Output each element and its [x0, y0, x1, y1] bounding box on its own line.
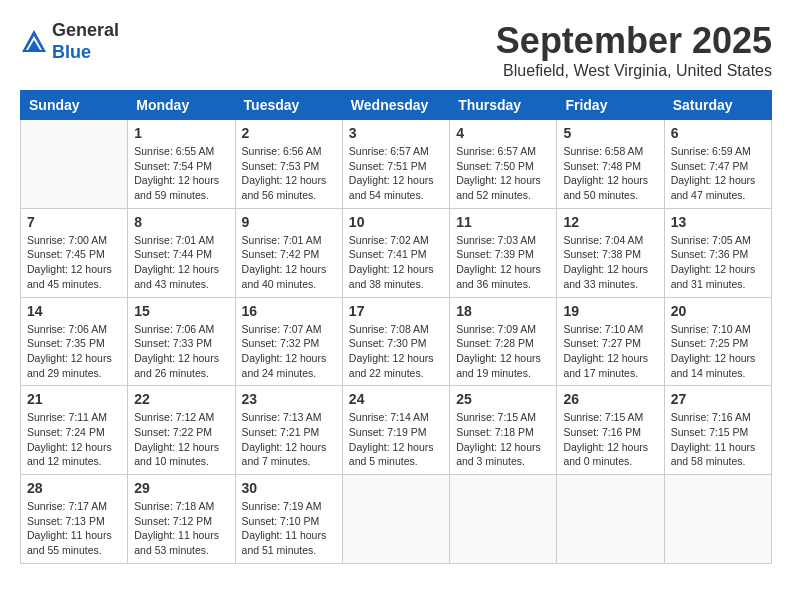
day-number: 5: [563, 125, 657, 141]
weekday-header-friday: Friday: [557, 91, 664, 120]
week-row-1: 1Sunrise: 6:55 AMSunset: 7:54 PMDaylight…: [21, 120, 772, 209]
calendar-cell: 26Sunrise: 7:15 AMSunset: 7:16 PMDayligh…: [557, 386, 664, 475]
week-row-5: 28Sunrise: 7:17 AMSunset: 7:13 PMDayligh…: [21, 475, 772, 564]
month-title: September 2025: [496, 20, 772, 62]
calendar-cell: 6Sunrise: 6:59 AMSunset: 7:47 PMDaylight…: [664, 120, 771, 209]
week-row-4: 21Sunrise: 7:11 AMSunset: 7:24 PMDayligh…: [21, 386, 772, 475]
calendar-cell: 17Sunrise: 7:08 AMSunset: 7:30 PMDayligh…: [342, 297, 449, 386]
day-number: 26: [563, 391, 657, 407]
title-block: September 2025 Bluefield, West Virginia,…: [496, 20, 772, 80]
calendar-cell: 25Sunrise: 7:15 AMSunset: 7:18 PMDayligh…: [450, 386, 557, 475]
calendar-cell: 12Sunrise: 7:04 AMSunset: 7:38 PMDayligh…: [557, 208, 664, 297]
location: Bluefield, West Virginia, United States: [496, 62, 772, 80]
calendar-cell: 15Sunrise: 7:06 AMSunset: 7:33 PMDayligh…: [128, 297, 235, 386]
logo-icon: [20, 28, 48, 56]
day-number: 13: [671, 214, 765, 230]
calendar-cell: 9Sunrise: 7:01 AMSunset: 7:42 PMDaylight…: [235, 208, 342, 297]
calendar-cell: 23Sunrise: 7:13 AMSunset: 7:21 PMDayligh…: [235, 386, 342, 475]
day-info: Sunrise: 7:15 AMSunset: 7:16 PMDaylight:…: [563, 410, 657, 469]
day-info: Sunrise: 7:15 AMSunset: 7:18 PMDaylight:…: [456, 410, 550, 469]
calendar-cell: 10Sunrise: 7:02 AMSunset: 7:41 PMDayligh…: [342, 208, 449, 297]
calendar-cell: 29Sunrise: 7:18 AMSunset: 7:12 PMDayligh…: [128, 475, 235, 564]
calendar-cell: 19Sunrise: 7:10 AMSunset: 7:27 PMDayligh…: [557, 297, 664, 386]
day-number: 6: [671, 125, 765, 141]
week-row-2: 7Sunrise: 7:00 AMSunset: 7:45 PMDaylight…: [21, 208, 772, 297]
calendar-cell: 30Sunrise: 7:19 AMSunset: 7:10 PMDayligh…: [235, 475, 342, 564]
day-info: Sunrise: 7:14 AMSunset: 7:19 PMDaylight:…: [349, 410, 443, 469]
calendar-cell: 11Sunrise: 7:03 AMSunset: 7:39 PMDayligh…: [450, 208, 557, 297]
day-number: 15: [134, 303, 228, 319]
day-info: Sunrise: 6:57 AMSunset: 7:50 PMDaylight:…: [456, 144, 550, 203]
day-number: 18: [456, 303, 550, 319]
calendar: SundayMondayTuesdayWednesdayThursdayFrid…: [20, 90, 772, 564]
weekday-header-sunday: Sunday: [21, 91, 128, 120]
day-info: Sunrise: 7:17 AMSunset: 7:13 PMDaylight:…: [27, 499, 121, 558]
weekday-header-saturday: Saturday: [664, 91, 771, 120]
day-info: Sunrise: 7:09 AMSunset: 7:28 PMDaylight:…: [456, 322, 550, 381]
day-number: 8: [134, 214, 228, 230]
calendar-cell: 20Sunrise: 7:10 AMSunset: 7:25 PMDayligh…: [664, 297, 771, 386]
weekday-header-monday: Monday: [128, 91, 235, 120]
calendar-cell: 2Sunrise: 6:56 AMSunset: 7:53 PMDaylight…: [235, 120, 342, 209]
day-number: 16: [242, 303, 336, 319]
day-number: 21: [27, 391, 121, 407]
weekday-header-row: SundayMondayTuesdayWednesdayThursdayFrid…: [21, 91, 772, 120]
calendar-cell: [557, 475, 664, 564]
day-info: Sunrise: 7:18 AMSunset: 7:12 PMDaylight:…: [134, 499, 228, 558]
day-info: Sunrise: 7:05 AMSunset: 7:36 PMDaylight:…: [671, 233, 765, 292]
calendar-cell: 5Sunrise: 6:58 AMSunset: 7:48 PMDaylight…: [557, 120, 664, 209]
day-number: 9: [242, 214, 336, 230]
day-info: Sunrise: 7:11 AMSunset: 7:24 PMDaylight:…: [27, 410, 121, 469]
day-number: 12: [563, 214, 657, 230]
calendar-cell: 28Sunrise: 7:17 AMSunset: 7:13 PMDayligh…: [21, 475, 128, 564]
calendar-cell: 24Sunrise: 7:14 AMSunset: 7:19 PMDayligh…: [342, 386, 449, 475]
page-header: General Blue September 2025 Bluefield, W…: [20, 20, 772, 80]
day-info: Sunrise: 7:01 AMSunset: 7:44 PMDaylight:…: [134, 233, 228, 292]
day-info: Sunrise: 7:01 AMSunset: 7:42 PMDaylight:…: [242, 233, 336, 292]
day-info: Sunrise: 7:08 AMSunset: 7:30 PMDaylight:…: [349, 322, 443, 381]
day-number: 28: [27, 480, 121, 496]
calendar-cell: 13Sunrise: 7:05 AMSunset: 7:36 PMDayligh…: [664, 208, 771, 297]
day-info: Sunrise: 7:06 AMSunset: 7:35 PMDaylight:…: [27, 322, 121, 381]
day-info: Sunrise: 7:13 AMSunset: 7:21 PMDaylight:…: [242, 410, 336, 469]
day-number: 23: [242, 391, 336, 407]
weekday-header-thursday: Thursday: [450, 91, 557, 120]
day-info: Sunrise: 7:16 AMSunset: 7:15 PMDaylight:…: [671, 410, 765, 469]
calendar-cell: 27Sunrise: 7:16 AMSunset: 7:15 PMDayligh…: [664, 386, 771, 475]
calendar-cell: [21, 120, 128, 209]
day-number: 14: [27, 303, 121, 319]
calendar-cell: [342, 475, 449, 564]
day-info: Sunrise: 7:12 AMSunset: 7:22 PMDaylight:…: [134, 410, 228, 469]
day-number: 29: [134, 480, 228, 496]
weekday-header-tuesday: Tuesday: [235, 91, 342, 120]
day-info: Sunrise: 6:55 AMSunset: 7:54 PMDaylight:…: [134, 144, 228, 203]
logo-blue: Blue: [52, 42, 119, 64]
day-number: 20: [671, 303, 765, 319]
calendar-cell: 18Sunrise: 7:09 AMSunset: 7:28 PMDayligh…: [450, 297, 557, 386]
calendar-cell: 14Sunrise: 7:06 AMSunset: 7:35 PMDayligh…: [21, 297, 128, 386]
logo-general: General: [52, 20, 119, 42]
calendar-cell: 22Sunrise: 7:12 AMSunset: 7:22 PMDayligh…: [128, 386, 235, 475]
calendar-cell: 4Sunrise: 6:57 AMSunset: 7:50 PMDaylight…: [450, 120, 557, 209]
day-number: 19: [563, 303, 657, 319]
day-info: Sunrise: 7:00 AMSunset: 7:45 PMDaylight:…: [27, 233, 121, 292]
day-info: Sunrise: 7:04 AMSunset: 7:38 PMDaylight:…: [563, 233, 657, 292]
logo: General Blue: [20, 20, 119, 63]
calendar-cell: 16Sunrise: 7:07 AMSunset: 7:32 PMDayligh…: [235, 297, 342, 386]
week-row-3: 14Sunrise: 7:06 AMSunset: 7:35 PMDayligh…: [21, 297, 772, 386]
day-number: 1: [134, 125, 228, 141]
day-info: Sunrise: 7:06 AMSunset: 7:33 PMDaylight:…: [134, 322, 228, 381]
calendar-cell: 1Sunrise: 6:55 AMSunset: 7:54 PMDaylight…: [128, 120, 235, 209]
day-number: 30: [242, 480, 336, 496]
calendar-cell: [664, 475, 771, 564]
day-number: 2: [242, 125, 336, 141]
calendar-cell: 3Sunrise: 6:57 AMSunset: 7:51 PMDaylight…: [342, 120, 449, 209]
day-number: 24: [349, 391, 443, 407]
day-info: Sunrise: 7:19 AMSunset: 7:10 PMDaylight:…: [242, 499, 336, 558]
day-number: 4: [456, 125, 550, 141]
day-info: Sunrise: 7:02 AMSunset: 7:41 PMDaylight:…: [349, 233, 443, 292]
calendar-cell: 21Sunrise: 7:11 AMSunset: 7:24 PMDayligh…: [21, 386, 128, 475]
day-info: Sunrise: 7:03 AMSunset: 7:39 PMDaylight:…: [456, 233, 550, 292]
day-info: Sunrise: 6:56 AMSunset: 7:53 PMDaylight:…: [242, 144, 336, 203]
day-info: Sunrise: 7:07 AMSunset: 7:32 PMDaylight:…: [242, 322, 336, 381]
